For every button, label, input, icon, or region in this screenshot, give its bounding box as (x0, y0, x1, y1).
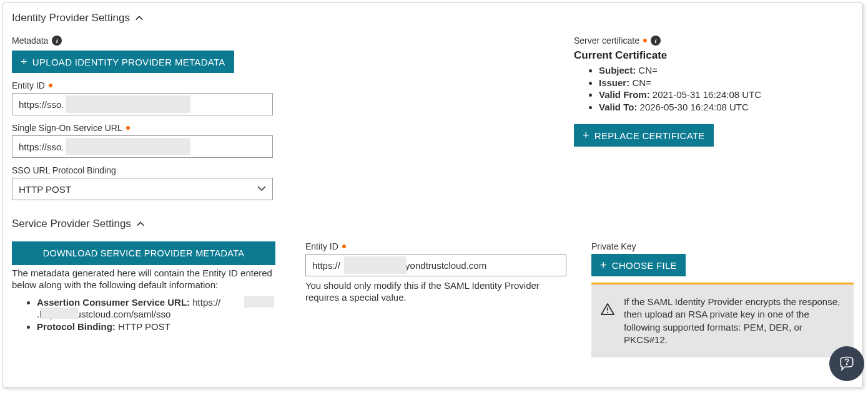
sso-url-label: Single Sign-On Service URL (12, 123, 122, 133)
required-dot-icon (49, 84, 52, 87)
sp-section-title: Service Provider Settings (12, 218, 131, 230)
metadata-label: Metadata (12, 36, 48, 46)
cert-details-list: Subject: CN= Issuer: CN= Valid From: 202… (574, 64, 854, 113)
sp-section-header[interactable]: Service Provider Settings (12, 218, 854, 230)
alert-text: If the SAML Identity Provider encrypts t… (624, 296, 845, 346)
download-sp-metadata-button[interactable]: DOWNLOAD SERVICE PROVIDER METADATA (12, 241, 275, 265)
sp-defaults-list: Assertion Consumer Service URL: https://… (12, 296, 280, 333)
current-cert-heading: Current Certificate (574, 49, 854, 62)
choose-file-button[interactable]: + CHOOSE FILE (591, 254, 686, 276)
download-sp-metadata-label: DOWNLOAD SERVICE PROVIDER METADATA (43, 248, 245, 258)
idp-section-header[interactable]: Identity Provider Settings (12, 12, 854, 24)
required-dot-icon (643, 39, 647, 42)
help-fab-button[interactable] (829, 346, 864, 381)
svg-point-1 (607, 312, 608, 313)
binding-label: SSO URL Protocol Binding (12, 165, 116, 175)
warning-icon (600, 302, 615, 317)
sp-entity-id-help: You should only modify this if the SAML … (305, 280, 566, 304)
server-cert-label: Server certificate (574, 36, 639, 46)
svg-point-2 (846, 364, 847, 364)
entity-id-label: Entity ID (12, 80, 45, 90)
replace-certificate-label: REPLACE CERTIFICATE (594, 130, 705, 141)
chevron-up-icon (136, 220, 145, 228)
info-icon[interactable]: i (651, 36, 661, 46)
private-key-alert: If the SAML Identity Provider encrypts t… (591, 283, 854, 357)
upload-idp-metadata-button[interactable]: + UPLOAD IDENTITY PROVIDER METADATA (12, 51, 234, 73)
binding-select[interactable]: HTTP POST (12, 178, 273, 200)
plus-icon: + (583, 130, 589, 141)
help-chat-icon (838, 355, 856, 372)
replace-certificate-button[interactable]: + REPLACE CERTIFICATE (574, 124, 714, 147)
sp-entity-id-label: Entity ID (305, 241, 338, 251)
private-key-label: Private Key (591, 241, 636, 251)
plus-icon: + (600, 260, 607, 271)
upload-idp-metadata-label: UPLOAD IDENTITY PROVIDER METADATA (32, 57, 225, 67)
required-dot-icon (342, 245, 346, 248)
plus-icon: + (21, 56, 27, 67)
required-dot-icon (126, 126, 130, 130)
sp-metadata-desc: The metadata generated here will contain… (12, 268, 280, 291)
chevron-up-icon (135, 14, 144, 22)
idp-section-title: Identity Provider Settings (12, 12, 130, 24)
choose-file-label: CHOOSE FILE (612, 260, 677, 271)
binding-selected-value: HTTP POST (19, 184, 71, 195)
info-icon[interactable]: i (52, 36, 62, 46)
